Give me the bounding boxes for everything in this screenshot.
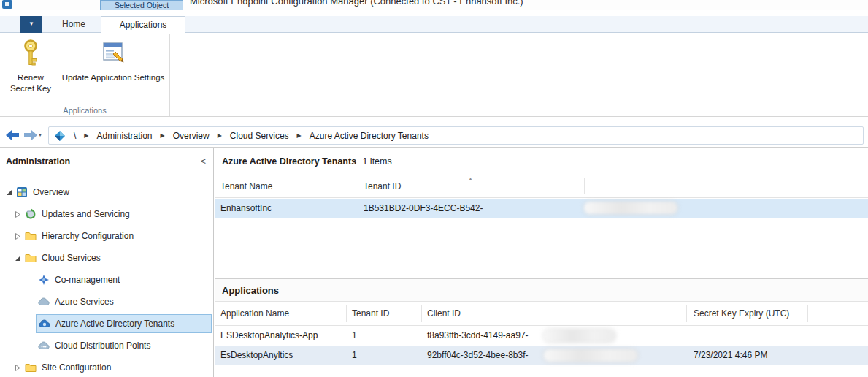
tenant-row[interactable]: EnhansoftInc 1B531BD2-0DF3-4ECC-B542-	[215, 199, 868, 218]
tree-expanded-icon[interactable]	[13, 255, 23, 262]
tree-collapsed-icon[interactable]	[13, 365, 23, 371]
tenant-name-cell: EnhansoftInc	[220, 199, 272, 218]
sidebar-item-cloud-distribution-points[interactable]: Cloud Distribution Points	[0, 335, 213, 357]
sidebar-item-label: Azure Active Directory Tenants	[55, 319, 174, 329]
tab-applications[interactable]: Applications	[101, 16, 185, 34]
update-application-settings-button[interactable]: Update Application Settings	[61, 37, 165, 83]
cloud-icon	[38, 296, 50, 308]
ribbon: Renew Secret Key Update Application Sett…	[0, 33, 868, 117]
secret-key-expiry-cell: 7/23/2021 4:46 PM	[694, 346, 767, 365]
sidebar-item-label: Azure Services	[55, 297, 114, 307]
file-menu-button[interactable]: ▾	[20, 16, 42, 33]
tree-collapsed-icon[interactable]	[13, 233, 23, 240]
ribbon-group-applications: Renew Secret Key Update Application Sett…	[0, 33, 170, 116]
breadcrumb-item-overview[interactable]: Overview	[169, 131, 213, 141]
sidebar-title-label: Administration	[6, 156, 70, 167]
sidebar-item-cloud-services[interactable]: Cloud Services	[0, 247, 213, 269]
column-header-tenant-id[interactable]: Tenant ID	[352, 302, 389, 326]
sidebar-item-label: Overview	[33, 187, 69, 197]
ribbon-tab-bar: ▾ Home Applications	[0, 16, 868, 33]
navigation-tree: Overview Updates and Servicing	[0, 175, 213, 377]
tree-expanded-icon[interactable]	[4, 189, 14, 196]
breadcrumb-separator-icon: ▶	[213, 132, 226, 139]
tenants-table-header: Tenant Name Tenant ID ▲	[215, 175, 868, 198]
redacted-area	[544, 330, 615, 342]
forward-arrow-icon[interactable]	[23, 129, 37, 141]
breadcrumb-separator-icon: ▶	[156, 132, 169, 139]
redacted-area	[584, 202, 677, 214]
sidebar-item-label: Cloud Distribution Points	[55, 340, 150, 351]
app-logo-icon	[2, 0, 12, 9]
folder-icon	[25, 252, 37, 264]
column-header-client-id[interactable]: Client ID	[427, 302, 461, 326]
back-arrow-icon[interactable]	[6, 129, 20, 141]
column-divider[interactable]	[358, 178, 358, 194]
tenant-id-cell: 1	[352, 346, 357, 365]
sidebar-item-site-configuration[interactable]: Site Configuration	[0, 357, 213, 377]
application-name-cell: ESDesktopAnalytics-App	[220, 326, 318, 346]
breadcrumb-item-administration[interactable]: Administration	[93, 131, 156, 141]
sidebar-item-co-management[interactable]: Co-management	[0, 269, 213, 291]
column-header-tenant-id[interactable]: Tenant ID	[364, 175, 401, 198]
sidebar-title: Administration <	[0, 148, 213, 175]
list-item-count: 1 items	[362, 156, 391, 167]
updates-icon	[25, 208, 37, 220]
co-management-icon	[38, 274, 50, 286]
column-divider[interactable]	[686, 305, 687, 322]
breadcrumb-separator-icon: ▶	[293, 132, 306, 139]
nav-history-caret-icon[interactable]: ▾	[39, 132, 42, 138]
key-icon	[18, 38, 43, 69]
application-row[interactable]: EsDesktopAnyltics 1 92bff04c-3d52-4bee-8…	[215, 346, 868, 365]
tree-collapsed-icon[interactable]	[13, 211, 23, 218]
context-tab-selected-object[interactable]: Selected Object	[100, 0, 183, 10]
tenant-id-cell: 1B531BD2-0DF3-4ECC-B542-	[364, 199, 483, 218]
breadcrumb-item-cloud-services[interactable]: Cloud Services	[226, 131, 293, 141]
redacted-area	[544, 349, 637, 362]
main-panel: Azure Active Directory Tenants 1 items T…	[215, 148, 868, 377]
column-header-tenant-name[interactable]: Tenant Name	[220, 175, 272, 198]
renew-secret-key-label: Renew Secret Key	[10, 73, 51, 93]
folder-icon	[25, 230, 37, 242]
breadcrumb-item-aad-tenants[interactable]: Azure Active Directory Tenants	[306, 131, 432, 141]
sidebar-item-overview[interactable]: Overview	[0, 181, 213, 203]
sidebar-item-label: Cloud Services	[42, 253, 101, 263]
cloud-dp-icon	[38, 340, 50, 351]
overview-icon	[16, 186, 28, 198]
navigation-bar: ▾ \ ▶ Administration ▶ Overview ▶ Cloud …	[0, 123, 868, 148]
tenant-id-cell: 1	[352, 326, 357, 346]
column-header-secret-key-expiry[interactable]: Secret Key Expiry (UTC)	[694, 302, 789, 326]
breadcrumb: \ ▶ Administration ▶ Overview ▶ Cloud Se…	[48, 126, 864, 145]
column-divider[interactable]	[346, 305, 347, 322]
sort-ascending-icon: ▲	[468, 176, 473, 181]
sidebar-item-hierarchy-configuration[interactable]: Hierarchy Configuration	[0, 225, 213, 247]
client-id-cell: 92bff04c-3d52-4bee-8b3f-	[427, 346, 529, 365]
sidebar-item-label: Co-management	[55, 275, 120, 285]
column-divider[interactable]	[584, 178, 585, 194]
application-row[interactable]: ESDesktopAnalytics-App 1 f8a93ffb-3cdd-4…	[215, 326, 868, 346]
column-divider[interactable]	[421, 305, 422, 322]
caret-down-icon: ▾	[30, 20, 34, 27]
window-title: Microsoft Endpoint Configuration Manager…	[190, 0, 523, 7]
column-header-application-name[interactable]: Application Name	[220, 302, 289, 326]
ribbon-group-label: Applications	[0, 106, 169, 115]
breadcrumb-root[interactable]: \	[70, 131, 80, 141]
sidebar-collapse-icon[interactable]: <	[201, 148, 206, 175]
application-name-cell: EsDesktopAnyltics	[220, 346, 293, 365]
sidebar-item-label: Updates and Servicing	[42, 209, 130, 219]
renew-secret-key-button[interactable]: Renew Secret Key	[4, 37, 57, 94]
tab-home[interactable]: Home	[47, 16, 101, 33]
applications-table-header: Application Name Tenant ID Client ID Sec…	[215, 302, 868, 326]
sidebar-item-azure-services[interactable]: Azure Services	[0, 291, 213, 313]
folder-icon	[25, 362, 37, 373]
console-root-icon	[54, 130, 66, 142]
configmgr-console-window: Selected Object Microsoft Endpoint Confi…	[0, 0, 868, 377]
app-settings-icon	[100, 38, 126, 69]
list-title: Azure Active Directory Tenants	[222, 156, 356, 167]
update-application-settings-label: Update Application Settings	[62, 73, 165, 82]
sidebar-item-updates-and-servicing[interactable]: Updates and Servicing	[0, 203, 213, 225]
column-divider[interactable]	[807, 305, 808, 322]
sidebar-item-azure-active-directory-tenants[interactable]: Azure Active Directory Tenants	[0, 313, 213, 335]
sidebar-item-label: Hierarchy Configuration	[42, 231, 134, 241]
breadcrumb-separator-icon: ▶	[80, 132, 93, 139]
client-id-cell: f8a93ffb-3cdd-4149-aa97-	[427, 326, 529, 346]
